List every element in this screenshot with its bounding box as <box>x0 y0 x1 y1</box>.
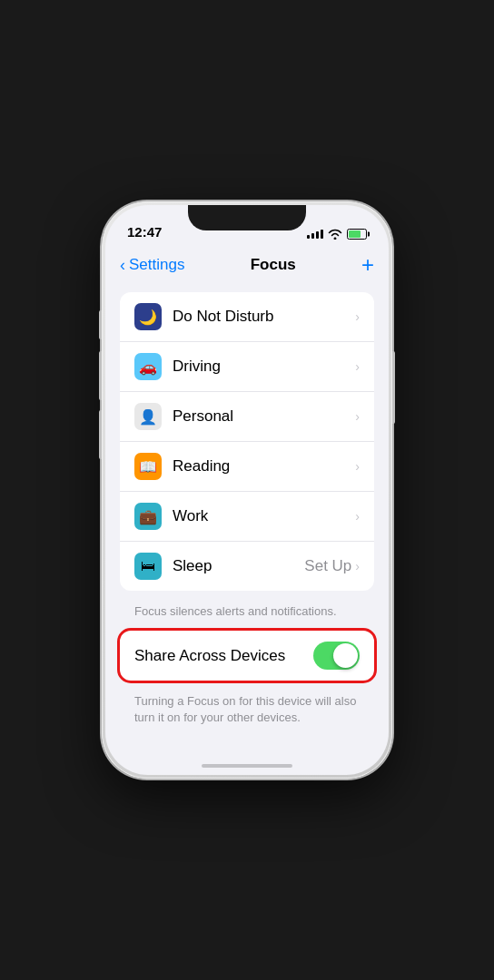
share-devices-group: Share Across Devices <box>120 631 374 681</box>
navigation-bar: ‹ Settings Focus + <box>105 245 389 285</box>
battery-icon <box>347 229 367 240</box>
share-caption: Turning a Focus on for this device will … <box>120 688 374 737</box>
driving-row[interactable]: 🚗 Driving › <box>120 342 374 392</box>
work-chevron: › <box>355 509 360 524</box>
work-row[interactable]: 💼 Work › <box>120 492 374 542</box>
focus-list-caption: Focus silences alerts and notifications. <box>120 598 374 631</box>
phone-frame: 12:47 ‹ <box>102 201 392 779</box>
do-not-disturb-chevron: › <box>355 309 360 324</box>
status-icons <box>307 229 367 240</box>
driving-label: Driving <box>173 358 355 376</box>
content-area: 🌙 Do Not Disturb › 🚗 Driving › 👤 Persona… <box>105 285 389 775</box>
page-title: Focus <box>251 256 296 274</box>
personal-label: Personal <box>173 407 355 426</box>
home-indicator <box>202 764 292 768</box>
driving-icon: 🚗 <box>134 353 162 380</box>
phone-screen: 12:47 ‹ <box>105 205 389 775</box>
sleep-label: Sleep <box>173 557 304 575</box>
share-across-devices-label: Share Across Devices <box>134 647 313 665</box>
work-label: Work <box>173 507 355 525</box>
reading-label: Reading <box>173 457 355 475</box>
silent-switch <box>99 310 102 339</box>
battery-fill <box>349 230 361 238</box>
work-icon: 💼 <box>134 503 162 530</box>
status-time: 12:47 <box>127 224 162 240</box>
wifi-icon <box>328 229 342 240</box>
personal-icon: 👤 <box>134 403 162 430</box>
share-across-devices-row[interactable]: Share Across Devices <box>120 631 374 681</box>
add-focus-button[interactable]: + <box>361 254 374 276</box>
back-chevron-icon: ‹ <box>120 257 125 273</box>
do-not-disturb-row[interactable]: 🌙 Do Not Disturb › <box>120 292 374 342</box>
share-across-devices-toggle[interactable] <box>313 642 360 670</box>
reading-chevron: › <box>355 459 360 474</box>
do-not-disturb-label: Do Not Disturb <box>173 308 355 326</box>
do-not-disturb-icon: 🌙 <box>134 303 162 330</box>
signal-icon <box>307 230 323 239</box>
sleep-icon: 🛏 <box>134 553 162 580</box>
reading-icon: 📖 <box>134 453 162 480</box>
share-row-highlight: Share Across Devices <box>120 631 374 681</box>
focus-list: 🌙 Do Not Disturb › 🚗 Driving › 👤 Persona… <box>120 292 374 591</box>
personal-chevron: › <box>355 409 360 424</box>
sleep-setup: Set Up › <box>304 557 360 575</box>
volume-up-button <box>99 351 102 400</box>
personal-row[interactable]: 👤 Personal › <box>120 392 374 442</box>
back-label: Settings <box>129 256 184 274</box>
notch <box>188 205 306 230</box>
sleep-row[interactable]: 🛏 Sleep Set Up › <box>120 542 374 591</box>
driving-chevron: › <box>355 359 360 374</box>
power-button <box>392 351 395 424</box>
reading-row[interactable]: 📖 Reading › <box>120 442 374 492</box>
volume-down-button <box>99 410 102 459</box>
back-button[interactable]: ‹ Settings <box>120 256 184 274</box>
toggle-knob <box>333 643 358 668</box>
